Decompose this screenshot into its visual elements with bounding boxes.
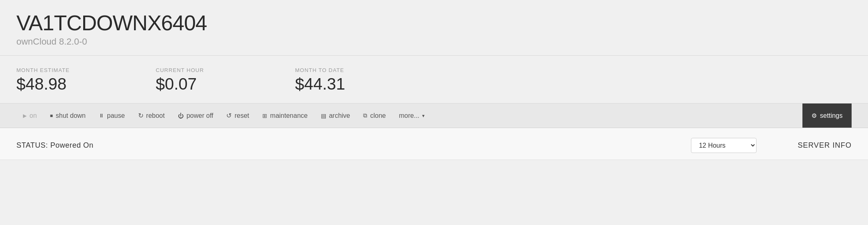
toolbar-btn-reboot-label: reboot xyxy=(146,112,165,119)
toolbar-btn-clone-label: clone xyxy=(370,112,386,119)
reboot-icon xyxy=(138,112,143,119)
archive-icon xyxy=(321,112,326,119)
stat-current-hour-label: CURRENT HOUR xyxy=(156,67,295,73)
status-text: STATUS: Powered On xyxy=(16,141,93,150)
toolbar-btn-on: on xyxy=(16,109,43,123)
stat-month-to-date: MONTH TO DATE $44.31 xyxy=(295,67,434,93)
toolbar-btn-power-off[interactable]: power off xyxy=(171,109,220,123)
toolbar-btn-pause[interactable]: pause xyxy=(92,109,132,123)
toolbar-btn-shut-down-label: shut down xyxy=(56,112,86,119)
play-icon xyxy=(23,113,27,119)
time-range-select[interactable]: 12 Hours 24 Hours 7 Days 30 Days xyxy=(691,138,757,153)
toolbar-btn-more-label: more... xyxy=(399,112,420,119)
toolbar: on shut down pause reboot power off rese… xyxy=(0,104,868,128)
stat-month-to-date-value: $44.31 xyxy=(295,75,434,93)
settings-button-label: settings xyxy=(820,112,843,119)
toolbar-btn-clone[interactable]: clone xyxy=(357,109,392,123)
power-icon xyxy=(178,112,184,119)
stat-month-estimate-label: MONTH ESTIMATE xyxy=(16,67,156,73)
toolbar-btn-pause-label: pause xyxy=(107,112,125,119)
stop-icon xyxy=(50,113,53,119)
stat-month-estimate: MONTH ESTIMATE $48.98 xyxy=(16,67,156,93)
clone-icon xyxy=(363,112,367,119)
reset-icon xyxy=(226,112,232,119)
toolbar-btn-reset-label: reset xyxy=(234,112,249,119)
header-section: VA1TCDOWNX6404 ownCloud 8.2.0-0 xyxy=(0,0,868,56)
toolbar-btn-power-off-label: power off xyxy=(186,112,214,119)
toolbar-btn-on-label: on xyxy=(30,112,37,119)
toolbar-btn-more[interactable]: more... ▾ xyxy=(393,109,432,123)
toolbar-btn-archive-label: archive xyxy=(329,112,350,119)
toolbar-btn-reboot[interactable]: reboot xyxy=(132,108,171,123)
toolbar-btn-maintenance[interactable]: maintenance xyxy=(256,109,314,123)
server-subtitle: ownCloud 8.2.0-0 xyxy=(16,36,852,47)
stat-current-hour: CURRENT HOUR $0.07 xyxy=(156,67,295,93)
chevron-down-icon: ▾ xyxy=(422,113,425,119)
settings-icon xyxy=(811,112,817,119)
toolbar-btn-maintenance-label: maintenance xyxy=(270,112,308,119)
status-section: STATUS: Powered On 12 Hours 24 Hours 7 D… xyxy=(0,128,868,160)
toolbar-btn-reset[interactable]: reset xyxy=(220,108,256,123)
toolbar-btn-archive[interactable]: archive xyxy=(314,109,357,123)
time-select-wrapper: 12 Hours 24 Hours 7 Days 30 Days xyxy=(691,138,757,153)
stats-section: MONTH ESTIMATE $48.98 CURRENT HOUR $0.07… xyxy=(0,56,868,104)
server-info-label: SERVER INFO xyxy=(798,141,852,150)
settings-button[interactable]: settings xyxy=(802,104,852,128)
server-title: VA1TCDOWNX6404 xyxy=(16,11,852,35)
pause-icon xyxy=(99,112,104,119)
maintenance-icon xyxy=(262,112,267,119)
stat-month-to-date-label: MONTH TO DATE xyxy=(295,67,434,73)
toolbar-btn-shut-down[interactable]: shut down xyxy=(43,109,92,123)
stat-current-hour-value: $0.07 xyxy=(156,75,295,93)
stat-month-estimate-value: $48.98 xyxy=(16,75,156,93)
